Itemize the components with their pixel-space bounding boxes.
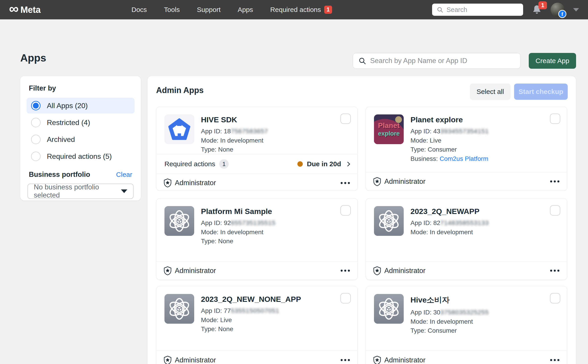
more-options-icon[interactable] [340, 267, 350, 274]
app-card-hive-sdk[interactable]: HIVE SDK App ID: 187567583657 Mode: In d… [156, 107, 358, 191]
more-options-icon[interactable] [550, 357, 560, 363]
app-card-2023-2q-newapp[interactable]: 2023_2Q_NEWAPP App ID: 827148358553133 M… [366, 198, 567, 280]
card-footer: Administrator [366, 172, 567, 191]
app-id-prefix: App ID: 43 [411, 128, 440, 135]
role-label: Administrator [384, 267, 425, 275]
filter-option-restricted[interactable]: Restricted (4) [26, 115, 135, 130]
app-id-line: App ID: 775355150507051 [201, 306, 301, 316]
app-id-prefix: App ID: 77 [201, 307, 231, 314]
app-type-line: Type: Consumer [411, 145, 489, 154]
create-app-button[interactable]: Create App [529, 53, 576, 69]
meta-logo[interactable]: ∞ Meta [9, 4, 40, 15]
app-name: HIVE SDK [201, 115, 268, 124]
app-card-platform-mi-sample[interactable]: Platform Mi Sample App ID: 9265573513551… [156, 198, 358, 280]
app-mode-line: Mode: In development [411, 228, 489, 237]
dropdown-selected-value: No business portfolio selected [34, 183, 121, 199]
nav-item-apps[interactable]: Apps [238, 6, 253, 13]
app-select-checkbox[interactable] [550, 205, 560, 215]
card-footer: Administrator [156, 351, 358, 364]
app-name: Planet explore [411, 115, 489, 124]
card-footer: Administrator [366, 351, 567, 364]
app-select-checkbox[interactable] [340, 205, 351, 215]
meta-infinity-icon: ∞ [9, 3, 19, 14]
account-menu-chevron-down-icon[interactable] [573, 8, 579, 12]
app-id-redacted: 7567583657 [231, 128, 268, 135]
global-search-input[interactable] [446, 6, 519, 13]
app-mode-line: Mode: Live [201, 316, 301, 325]
filter-option-required-actions[interactable]: Required actions (5) [26, 149, 135, 164]
app-business-line: Business: Com2us Platform [411, 154, 489, 163]
business-portfolio-dropdown[interactable]: No business portfolio selected [27, 184, 134, 199]
radio-icon [31, 152, 40, 161]
app-select-checkbox[interactable] [550, 293, 560, 303]
app-info: Hive소비자 App ID: 303758035325255 Mode: In… [411, 294, 489, 351]
top-navigation-bar: ∞ Meta Docs Tools Support Apps Required … [0, 0, 588, 19]
nav-item-docs[interactable]: Docs [131, 6, 147, 13]
more-options-icon[interactable] [550, 267, 560, 274]
app-search-box[interactable] [353, 53, 521, 69]
radio-icon [31, 135, 40, 144]
nav-item-required-actions[interactable]: Required actions 1 [270, 6, 332, 14]
app-id-prefix: App ID: 18 [201, 128, 231, 135]
app-card-hive-consumer[interactable]: Hive소비자 App ID: 303758035325255 Mode: In… [366, 286, 567, 364]
notifications-button[interactable]: 1 [532, 5, 542, 15]
filter-option-all-apps[interactable]: All Apps (20) [26, 98, 135, 114]
role-label: Administrator [175, 267, 216, 275]
app-id-prefix: App ID: 30 [411, 309, 440, 316]
app-name: Platform Mi Sample [201, 207, 275, 216]
app-name: 2023_2Q_NEWAPP [411, 207, 489, 216]
more-options-icon[interactable] [550, 178, 560, 185]
admin-apps-heading: Admin Apps [156, 86, 204, 95]
start-checkup-button-disabled[interactable]: Start checkup [514, 84, 568, 100]
filter-option-archived[interactable]: Archived [26, 131, 135, 147]
select-all-button[interactable]: Select all [470, 84, 510, 100]
business-portfolio-link[interactable]: Com2us Platform [439, 155, 488, 162]
app-info: 2023_2Q_NEW_NONE_APP App ID: 77535515050… [201, 294, 301, 351]
app-search-input[interactable] [370, 57, 515, 65]
app-id-redacted: 3934557354151 [440, 128, 489, 135]
nav-item-support[interactable]: Support [197, 6, 221, 13]
panel-actions: Select all Start checkup [470, 84, 568, 100]
app-select-checkbox[interactable] [340, 114, 351, 124]
app-id-redacted: 5355150507051 [231, 307, 279, 314]
business-portfolio-heading: Business portfolio [29, 170, 90, 179]
top-nav-links: Docs Tools Support Apps Required actions… [131, 6, 332, 14]
app-info: 2023_2Q_NEWAPP App ID: 827148358553133 M… [411, 206, 489, 261]
admin-apps-panel: Admin Apps Select all Start checkup HIVE… [148, 76, 576, 364]
more-options-icon[interactable] [340, 357, 350, 363]
app-info: Planet explore App ID: 433934557354151 M… [411, 114, 489, 172]
card-top: 2023_2Q_NEWAPP App ID: 827148358553133 M… [366, 198, 567, 261]
app-card-2023-2q-new-none-app[interactable]: 2023_2Q_NEW_NONE_APP App ID: 77535515050… [156, 286, 358, 364]
atom-app-icon [374, 206, 404, 236]
more-options-icon[interactable] [340, 180, 350, 186]
app-id-line: App ID: 303758035325255 [411, 308, 489, 317]
app-type-line: Type: None [201, 325, 301, 334]
nav-required-actions-label: Required actions [270, 6, 321, 13]
administrator-shield-icon [373, 266, 381, 275]
administrator-shield-icon [163, 356, 172, 364]
required-actions-row[interactable]: Required actions 1 Due in 20d [156, 154, 358, 174]
app-name: 2023_2Q_NEW_NONE_APP [201, 295, 301, 304]
clear-filter-link[interactable]: Clear [116, 171, 132, 178]
hive-shield-icon [164, 114, 194, 144]
dropdown-caret-icon [121, 189, 127, 193]
global-search-box[interactable] [432, 4, 523, 16]
app-info: HIVE SDK App ID: 187567583657 Mode: In d… [201, 114, 268, 154]
role-label: Administrator [384, 177, 425, 186]
user-avatar[interactable]: f [551, 3, 565, 17]
app-id-line: App ID: 827148358553133 [411, 219, 489, 228]
app-mode-line: Mode: In development [201, 228, 275, 237]
required-actions-label: Required actions [164, 160, 215, 168]
app-id-redacted: 655735135515 [231, 219, 275, 226]
app-select-checkbox[interactable] [550, 114, 560, 124]
app-select-checkbox[interactable] [340, 293, 351, 303]
page-title: Apps [20, 52, 46, 64]
app-card-planet-explore[interactable]: Planet explore Planet explore App ID: 43… [366, 107, 567, 191]
search-icon [359, 57, 366, 65]
search-icon [437, 6, 443, 13]
app-mode-line: Mode: In development [411, 317, 489, 326]
radio-selected-icon [31, 101, 40, 110]
nav-item-tools[interactable]: Tools [164, 6, 180, 13]
card-top: Planet explore Planet explore App ID: 43… [366, 107, 567, 172]
administrator-shield-icon [373, 356, 381, 364]
